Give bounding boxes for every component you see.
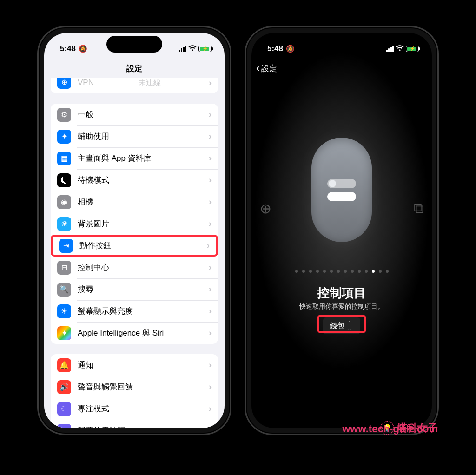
shortcuts-icon[interactable]: ⧉ xyxy=(414,200,423,217)
watermark-url: www.tech-girlz.com xyxy=(342,423,438,435)
row-label: 一般 xyxy=(78,109,93,120)
control-picker[interactable]: 錢包 ⌃⌄ xyxy=(323,317,360,334)
row-label: 輔助使用 xyxy=(78,131,109,142)
section-1: ⚙一般›✦輔助使用›▦主畫面與 App 資料庫›⏾待機模式›◉相機›❀背景圖片›… xyxy=(51,104,218,344)
wifi-icon xyxy=(188,45,197,53)
chevron-right-icon: › xyxy=(209,219,212,229)
row-label: 聲音與觸覺回饋 xyxy=(78,382,133,392)
chevron-right-icon: › xyxy=(209,197,212,207)
section-2: 🔔通知›🔊聲音與觸覺回饋›☾專注模式›⧗螢幕使用時間› xyxy=(51,354,218,428)
phone-left: 5:48 🔕 ⚡ 設定 ⊕ VPN 未連線 xyxy=(37,26,231,435)
chevron-right-icon: › xyxy=(209,328,212,338)
search-icon: 🔍 xyxy=(57,283,71,297)
page-dot[interactable] xyxy=(330,270,333,273)
page-dot[interactable] xyxy=(358,270,361,273)
page-dot[interactable] xyxy=(302,270,305,273)
option-subtitle: 快速取用你喜愛的控制項目。 xyxy=(251,303,432,311)
control-picker-value: 錢包 xyxy=(330,321,344,331)
row-siri[interactable]: ✦Apple Intelligence 與 Siri› xyxy=(51,322,218,344)
chevron-right-icon: › xyxy=(207,241,210,251)
page-dot[interactable] xyxy=(372,270,375,273)
standby-icon: ⏾ xyxy=(57,173,71,187)
page-dot[interactable] xyxy=(309,270,312,273)
row-label: 控制中心 xyxy=(78,262,109,273)
magnifier-icon[interactable]: ⊕ xyxy=(260,200,271,217)
mute-icon: 🔕 xyxy=(79,45,87,53)
page-dots[interactable] xyxy=(251,270,432,273)
chevron-right-icon: › xyxy=(209,263,212,272)
row-label: Apple Intelligence 與 Siri xyxy=(78,328,164,338)
up-down-icon: ⌃⌄ xyxy=(347,320,352,331)
chevron-right-icon: › xyxy=(209,153,212,163)
page-dot[interactable] xyxy=(337,270,340,273)
row-label: 通知 xyxy=(78,360,93,370)
cellular-icon xyxy=(179,46,187,52)
action-button-preview[interactable] xyxy=(311,138,372,242)
row-label: VPN xyxy=(78,78,94,87)
page-dot[interactable] xyxy=(295,270,298,273)
row-label: 動作按鈕 xyxy=(79,240,111,251)
row-label: 相機 xyxy=(78,197,93,207)
phone-right: 5:48 🔕 ⚡ ‹ 設定 ⊕ xyxy=(245,26,439,435)
page-dot[interactable] xyxy=(316,270,319,273)
control-center-icon: ⊟ xyxy=(57,261,71,275)
action-button-config: ⊕ ⧉ 控制項目 快速取用你喜愛的控制項目。 錢包 ⌃⌄ xyxy=(251,33,432,428)
focus-icon: ☾ xyxy=(57,402,71,416)
chevron-right-icon: › xyxy=(209,404,212,414)
chevron-right-icon: › xyxy=(209,175,212,185)
row-value: 未連線 xyxy=(139,78,161,88)
row-action-button[interactable]: ⇥動作按鈕› xyxy=(51,235,218,257)
chevron-right-icon: › xyxy=(209,110,212,119)
row-vpn-partial[interactable]: ⊕ VPN 未連線 › xyxy=(51,78,218,93)
home-screen-icon: ▦ xyxy=(57,152,71,165)
status-time: 5:48 xyxy=(60,44,76,53)
row-search[interactable]: 🔍搜尋› xyxy=(51,278,218,300)
chevron-right-icon: › xyxy=(209,426,212,428)
wallpaper-icon: ❀ xyxy=(57,217,71,231)
notifications-icon: 🔔 xyxy=(57,358,71,372)
row-label: 主畫面與 App 資料庫 xyxy=(78,153,152,164)
chevron-right-icon: › xyxy=(209,382,212,392)
navbar: 設定 xyxy=(44,59,225,78)
display-icon: ☀ xyxy=(57,304,71,318)
row-label: 螢幕顯示與亮度 xyxy=(78,306,133,317)
page-dot[interactable] xyxy=(351,270,354,273)
chevron-right-icon: › xyxy=(209,284,212,294)
page-dot[interactable] xyxy=(365,270,368,273)
row-accessibility[interactable]: ✦輔助使用› xyxy=(51,125,218,147)
row-control-center[interactable]: ⊟控制中心› xyxy=(51,257,218,278)
row-camera[interactable]: ◉相機› xyxy=(51,191,218,213)
row-general[interactable]: ⚙一般› xyxy=(51,104,218,125)
general-icon: ⚙ xyxy=(57,108,71,122)
sound-icon: 🔊 xyxy=(57,380,71,394)
settings-scroll[interactable]: ⊕ VPN 未連線 › ⚙一般›✦輔助使用›▦主畫面與 App 資料庫›⏾待機模… xyxy=(44,78,225,428)
screen-settings: 5:48 🔕 ⚡ 設定 ⊕ VPN 未連線 xyxy=(44,33,225,428)
battery-icon: ⚡ xyxy=(198,46,212,52)
row-sound[interactable]: 🔊聲音與觸覺回饋› xyxy=(51,376,218,398)
dynamic-island xyxy=(106,36,162,53)
page-dot[interactable] xyxy=(379,270,382,273)
row-label: 螢幕使用時間 xyxy=(78,425,125,428)
vpn-icon: ⊕ xyxy=(57,78,71,89)
row-wallpaper[interactable]: ❀背景圖片› xyxy=(51,213,218,235)
screentime-icon: ⧗ xyxy=(57,424,71,429)
row-notifications[interactable]: 🔔通知› xyxy=(51,354,218,376)
row-label: 搜尋 xyxy=(78,284,93,295)
page-dot[interactable] xyxy=(323,270,326,273)
screen-action-button: 5:48 🔕 ⚡ ‹ 設定 ⊕ xyxy=(251,33,432,428)
option-title: 控制項目 xyxy=(251,285,432,301)
camera-icon: ◉ xyxy=(57,195,71,209)
row-label: 專注模式 xyxy=(78,403,109,414)
row-display[interactable]: ☀螢幕顯示與亮度› xyxy=(51,300,218,322)
row-home-screen[interactable]: ▦主畫面與 App 資料庫› xyxy=(51,147,218,169)
page-dot[interactable] xyxy=(386,270,389,273)
siri-icon: ✦ xyxy=(57,326,71,340)
row-standby[interactable]: ⏾待機模式› xyxy=(51,169,218,191)
dynamic-island xyxy=(314,36,370,53)
page-dot[interactable] xyxy=(344,270,347,273)
accessibility-icon: ✦ xyxy=(57,130,71,144)
page-title: 設定 xyxy=(126,63,142,74)
row-focus[interactable]: ☾專注模式› xyxy=(51,398,218,420)
row-screentime[interactable]: ⧗螢幕使用時間› xyxy=(51,420,218,428)
chevron-right-icon: › xyxy=(209,306,212,316)
